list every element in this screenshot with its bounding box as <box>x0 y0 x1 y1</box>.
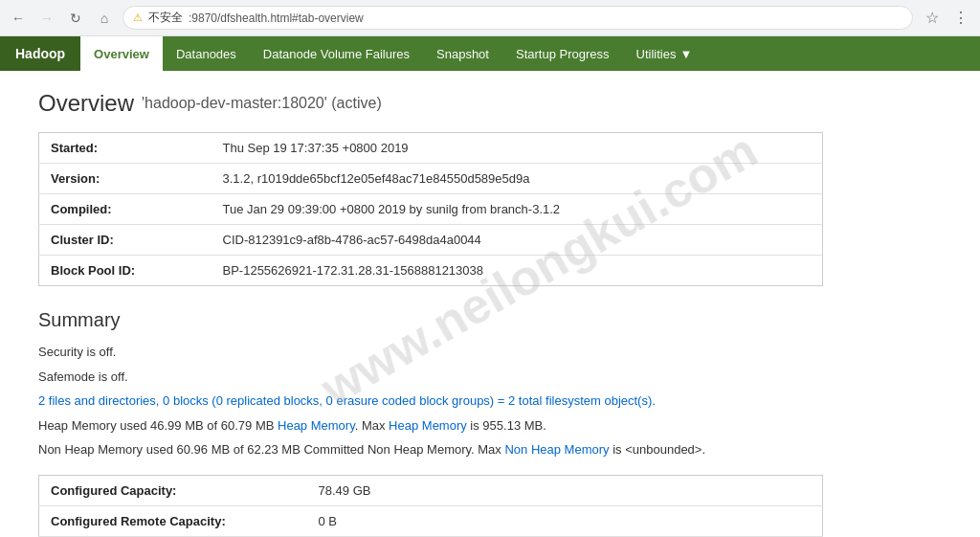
stats-row: Configured Capacity: 78.49 GB <box>39 475 823 505</box>
filesystem-info: 2 files and directories, 0 blocks (0 rep… <box>38 392 823 411</box>
page-subtitle: 'hadoop-dev-master:18020' (active) <box>142 95 382 112</box>
stats-label: Configured Capacity: <box>39 475 307 505</box>
filesystem-link[interactable]: 2 files and directories, 0 blocks (0 rep… <box>38 393 656 408</box>
nav-item-snapshot[interactable]: Snapshot <box>423 36 502 71</box>
main-content: Overview 'hadoop-dev-master:18020' (acti… <box>0 71 861 537</box>
stats-value: 78.49 GB <box>307 475 823 505</box>
dropdown-chevron-icon: ▼ <box>679 47 692 61</box>
browser-toolbar: ← → ↻ ⌂ ⚠ 不安全 :9870/dfshealth.html#tab-o… <box>0 0 980 35</box>
forward-button[interactable]: → <box>36 8 57 29</box>
info-label: Started: <box>39 133 212 164</box>
info-label: Block Pool ID: <box>39 256 212 286</box>
security-label: 不安全 <box>148 10 183 26</box>
refresh-button[interactable]: ↻ <box>65 8 86 29</box>
nav-brand: Hadoop <box>0 36 80 71</box>
stats-label: Configured Remote Capacity: <box>39 505 307 536</box>
home-button[interactable]: ⌂ <box>94 8 115 29</box>
stats-row: Configured Remote Capacity: 0 B <box>39 505 823 536</box>
non-heap-memory-text: Non Heap Memory used 60.96 MB of 62.23 M… <box>38 442 705 457</box>
info-label: Cluster ID: <box>39 225 212 256</box>
heap-memory-link[interactable]: Heap Memory <box>278 418 355 433</box>
info-row: Compiled: Tue Jan 29 09:39:00 +0800 2019… <box>39 194 823 225</box>
info-value: BP-1255626921-172.31.28.31-1568881213038 <box>212 256 823 286</box>
info-label: Version: <box>39 164 212 194</box>
nav-item-startup-progress[interactable]: Startup Progress <box>502 36 623 71</box>
info-value: 3.1.2, r1019dde65bcf12e05ef48ac71e84550d… <box>212 164 823 194</box>
stats-table: Configured Capacity: 78.49 GB Configured… <box>38 475 823 538</box>
security-icon: ⚠ <box>133 11 143 24</box>
nav-item-overview[interactable]: Overview <box>80 36 163 71</box>
non-heap-memory-link[interactable]: Non Heap Memory <box>504 442 609 457</box>
safemode-status: Safemode is off. <box>38 368 823 387</box>
info-table: Started: Thu Sep 19 17:37:35 +0800 2019 … <box>38 132 823 286</box>
security-status: Security is off. <box>38 343 823 362</box>
heap-memory-info: Heap Memory used 46.99 MB of 60.79 MB He… <box>38 416 823 436</box>
menu-button[interactable]: ⋮ <box>949 7 972 30</box>
info-label: Compiled: <box>39 194 212 225</box>
nav-item-utilities[interactable]: Utilities ▼ <box>623 36 706 71</box>
info-row: Version: 3.1.2, r1019dde65bcf12e05ef48ac… <box>39 164 823 194</box>
browser-chrome: ← → ↻ ⌂ ⚠ 不安全 :9870/dfshealth.html#tab-o… <box>0 0 980 36</box>
summary-title: Summary <box>38 309 823 331</box>
info-value: Tue Jan 29 09:39:00 +0800 2019 by sunilg… <box>212 194 823 225</box>
address-bar[interactable]: ⚠ 不安全 :9870/dfshealth.html#tab-overview <box>122 6 913 30</box>
page-title-text: Overview <box>38 90 134 117</box>
nav-bar: Hadoop Overview Datanodes Datanode Volum… <box>0 36 980 71</box>
browser-actions: ☆ ⋮ <box>921 7 972 30</box>
nav-item-datanode-volume-failures[interactable]: Datanode Volume Failures <box>250 36 423 71</box>
nav-item-datanodes[interactable]: Datanodes <box>163 36 250 71</box>
bookmark-star-button[interactable]: ☆ <box>921 7 944 30</box>
info-row: Started: Thu Sep 19 17:37:35 +0800 2019 <box>39 133 823 164</box>
info-row: Block Pool ID: BP-1255626921-172.31.28.3… <box>39 256 823 286</box>
info-value: CID-812391c9-af8b-4786-ac57-6498da4a0044 <box>212 225 823 256</box>
address-text: :9870/dfshealth.html#tab-overview <box>189 11 902 25</box>
non-heap-memory-info: Non Heap Memory used 60.96 MB of 62.23 M… <box>38 440 823 459</box>
max-heap-memory-link[interactable]: Heap Memory <box>389 418 467 433</box>
stats-value: 0 B <box>307 505 823 536</box>
heap-memory-text: Heap Memory used 46.99 MB of 60.79 MB He… <box>38 418 546 433</box>
info-value: Thu Sep 19 17:37:35 +0800 2019 <box>212 133 823 164</box>
back-button[interactable]: ← <box>8 8 29 29</box>
page-title: Overview 'hadoop-dev-master:18020' (acti… <box>38 90 823 117</box>
info-row: Cluster ID: CID-812391c9-af8b-4786-ac57-… <box>39 225 823 256</box>
